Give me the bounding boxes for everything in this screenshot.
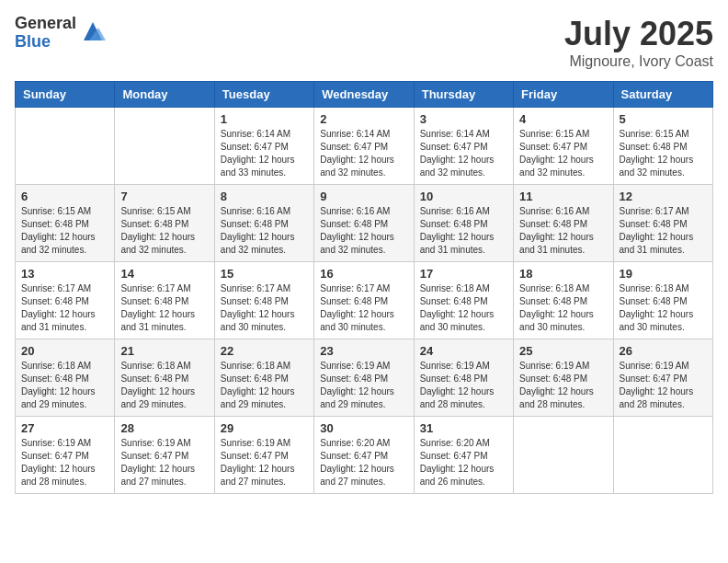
calendar-cell: 5Sunrise: 6:15 AM Sunset: 6:48 PM Daylig…	[613, 108, 712, 185]
day-number: 20	[21, 344, 108, 358]
day-info: Sunrise: 6:18 AM Sunset: 6:48 PM Dayligh…	[420, 282, 507, 334]
calendar-cell: 11Sunrise: 6:16 AM Sunset: 6:48 PM Dayli…	[514, 185, 613, 262]
day-info: Sunrise: 6:20 AM Sunset: 6:47 PM Dayligh…	[320, 437, 407, 488]
weekday-header-thursday: Thursday	[414, 82, 513, 108]
day-info: Sunrise: 6:17 AM Sunset: 6:48 PM Dayligh…	[221, 282, 308, 334]
logo-general: General	[15, 15, 76, 33]
calendar-cell: 24Sunrise: 6:19 AM Sunset: 6:48 PM Dayli…	[414, 339, 513, 417]
calendar-cell: 18Sunrise: 6:18 AM Sunset: 6:48 PM Dayli…	[514, 262, 613, 339]
day-number: 10	[420, 190, 507, 203]
day-info: Sunrise: 6:18 AM Sunset: 6:48 PM Dayligh…	[221, 360, 308, 411]
page-header: General Blue July 2025 Mignoure, Ivory C…	[15, 15, 713, 70]
day-number: 4	[519, 112, 607, 126]
calendar-cell: 23Sunrise: 6:19 AM Sunset: 6:48 PM Dayli…	[314, 339, 414, 417]
day-info: Sunrise: 6:14 AM Sunset: 6:47 PM Dayligh…	[320, 128, 407, 179]
calendar-cell: 7Sunrise: 6:15 AM Sunset: 6:48 PM Daylig…	[115, 185, 214, 262]
day-number: 29	[221, 421, 308, 435]
day-info: Sunrise: 6:19 AM Sunset: 6:47 PM Dayligh…	[620, 360, 707, 411]
day-info: Sunrise: 6:15 AM Sunset: 6:48 PM Dayligh…	[21, 205, 108, 257]
day-number: 9	[320, 190, 407, 203]
logo-blue: Blue	[15, 33, 76, 52]
calendar-cell: 19Sunrise: 6:18 AM Sunset: 6:48 PM Dayli…	[613, 262, 712, 339]
day-info: Sunrise: 6:15 AM Sunset: 6:48 PM Dayligh…	[620, 128, 707, 179]
day-number: 22	[221, 344, 308, 358]
day-info: Sunrise: 6:19 AM Sunset: 6:47 PM Dayligh…	[120, 437, 208, 488]
day-number: 18	[519, 267, 607, 281]
calendar-cell: 16Sunrise: 6:17 AM Sunset: 6:48 PM Dayli…	[314, 262, 414, 339]
day-info: Sunrise: 6:17 AM Sunset: 6:48 PM Dayligh…	[120, 282, 208, 334]
calendar-cell: 2Sunrise: 6:14 AM Sunset: 6:47 PM Daylig…	[314, 108, 414, 185]
day-info: Sunrise: 6:18 AM Sunset: 6:48 PM Dayligh…	[120, 360, 208, 411]
calendar-cell: 25Sunrise: 6:19 AM Sunset: 6:48 PM Dayli…	[514, 339, 613, 417]
weekday-header-sunday: Sunday	[16, 82, 115, 108]
calendar-cell: 31Sunrise: 6:20 AM Sunset: 6:47 PM Dayli…	[414, 417, 513, 494]
calendar-cell: 28Sunrise: 6:19 AM Sunset: 6:47 PM Dayli…	[115, 417, 214, 494]
title-block: July 2025 Mignoure, Ivory Coast	[564, 15, 713, 70]
day-info: Sunrise: 6:16 AM Sunset: 6:48 PM Dayligh…	[320, 205, 407, 257]
day-number: 14	[120, 267, 208, 281]
calendar-week-row: 6Sunrise: 6:15 AM Sunset: 6:48 PM Daylig…	[16, 185, 713, 262]
day-number: 1	[221, 112, 308, 126]
day-info: Sunrise: 6:14 AM Sunset: 6:47 PM Dayligh…	[420, 128, 507, 179]
weekday-header-friday: Friday	[514, 82, 613, 108]
calendar-cell: 10Sunrise: 6:16 AM Sunset: 6:48 PM Dayli…	[414, 185, 513, 262]
calendar-cell: 30Sunrise: 6:20 AM Sunset: 6:47 PM Dayli…	[314, 417, 414, 494]
calendar-cell: 26Sunrise: 6:19 AM Sunset: 6:47 PM Dayli…	[613, 339, 712, 417]
day-number: 7	[120, 190, 208, 203]
calendar-cell	[115, 108, 214, 185]
day-number: 11	[519, 190, 607, 203]
calendar-cell: 6Sunrise: 6:15 AM Sunset: 6:48 PM Daylig…	[16, 185, 115, 262]
day-info: Sunrise: 6:14 AM Sunset: 6:47 PM Dayligh…	[221, 128, 308, 179]
logo: General Blue	[15, 15, 106, 52]
day-info: Sunrise: 6:19 AM Sunset: 6:48 PM Dayligh…	[320, 360, 407, 411]
day-info: Sunrise: 6:15 AM Sunset: 6:48 PM Dayligh…	[120, 205, 208, 257]
day-number: 25	[519, 344, 607, 358]
day-info: Sunrise: 6:17 AM Sunset: 6:48 PM Dayligh…	[21, 282, 108, 334]
calendar-cell: 1Sunrise: 6:14 AM Sunset: 6:47 PM Daylig…	[214, 108, 313, 185]
calendar-cell: 22Sunrise: 6:18 AM Sunset: 6:48 PM Dayli…	[214, 339, 313, 417]
day-number: 23	[320, 344, 407, 358]
calendar-cell: 3Sunrise: 6:14 AM Sunset: 6:47 PM Daylig…	[414, 108, 513, 185]
day-info: Sunrise: 6:16 AM Sunset: 6:48 PM Dayligh…	[519, 205, 607, 257]
day-info: Sunrise: 6:19 AM Sunset: 6:47 PM Dayligh…	[21, 437, 108, 488]
calendar-table: SundayMondayTuesdayWednesdayThursdayFrid…	[15, 81, 713, 494]
calendar-week-row: 27Sunrise: 6:19 AM Sunset: 6:47 PM Dayli…	[16, 417, 713, 494]
calendar-cell: 29Sunrise: 6:19 AM Sunset: 6:47 PM Dayli…	[214, 417, 313, 494]
day-number: 30	[320, 421, 407, 435]
weekday-header-saturday: Saturday	[613, 82, 712, 108]
day-number: 31	[420, 421, 507, 435]
day-number: 16	[320, 267, 407, 281]
day-number: 5	[620, 112, 707, 126]
day-number: 28	[120, 421, 208, 435]
calendar-cell: 27Sunrise: 6:19 AM Sunset: 6:47 PM Dayli…	[16, 417, 115, 494]
day-info: Sunrise: 6:20 AM Sunset: 6:47 PM Dayligh…	[420, 437, 507, 488]
calendar-cell: 17Sunrise: 6:18 AM Sunset: 6:48 PM Dayli…	[414, 262, 513, 339]
calendar-cell	[613, 417, 712, 494]
day-number: 13	[21, 267, 108, 281]
day-number: 6	[21, 190, 108, 203]
weekday-header-row: SundayMondayTuesdayWednesdayThursdayFrid…	[16, 82, 713, 108]
calendar-cell: 14Sunrise: 6:17 AM Sunset: 6:48 PM Dayli…	[115, 262, 214, 339]
day-number: 24	[420, 344, 507, 358]
logo-icon	[80, 18, 106, 44]
day-number: 15	[221, 267, 308, 281]
day-info: Sunrise: 6:19 AM Sunset: 6:48 PM Dayligh…	[519, 360, 607, 411]
day-info: Sunrise: 6:16 AM Sunset: 6:48 PM Dayligh…	[221, 205, 308, 257]
calendar-cell: 20Sunrise: 6:18 AM Sunset: 6:48 PM Dayli…	[16, 339, 115, 417]
day-number: 2	[320, 112, 407, 126]
day-info: Sunrise: 6:16 AM Sunset: 6:48 PM Dayligh…	[420, 205, 507, 257]
day-info: Sunrise: 6:17 AM Sunset: 6:48 PM Dayligh…	[620, 205, 707, 257]
month-title: July 2025	[564, 15, 713, 53]
day-number: 17	[420, 267, 507, 281]
location-title: Mignoure, Ivory Coast	[564, 53, 713, 70]
calendar-cell	[16, 108, 115, 185]
calendar-week-row: 13Sunrise: 6:17 AM Sunset: 6:48 PM Dayli…	[16, 262, 713, 339]
day-number: 8	[221, 190, 308, 203]
day-number: 19	[620, 267, 707, 281]
day-info: Sunrise: 6:18 AM Sunset: 6:48 PM Dayligh…	[620, 282, 707, 334]
day-number: 12	[620, 190, 707, 203]
weekday-header-monday: Monday	[115, 82, 214, 108]
calendar-cell	[514, 417, 613, 494]
weekday-header-wednesday: Wednesday	[314, 82, 414, 108]
day-info: Sunrise: 6:19 AM Sunset: 6:48 PM Dayligh…	[420, 360, 507, 411]
